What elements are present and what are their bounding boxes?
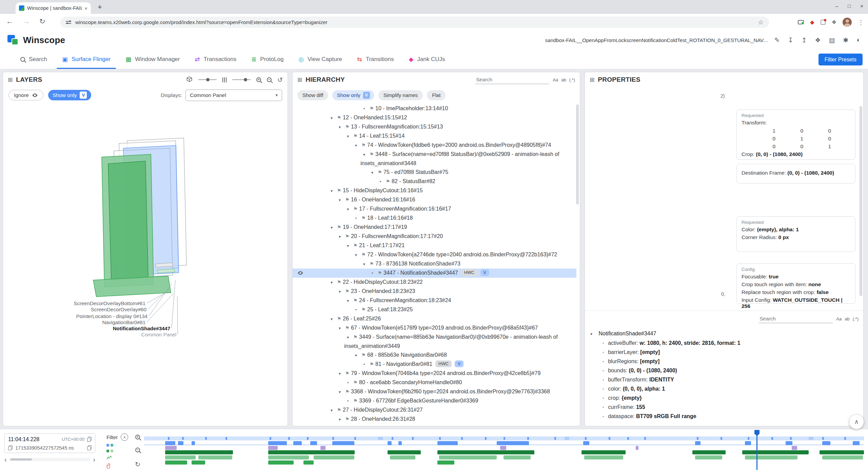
- hierarchy-tree-row[interactable]: ▾⚑75 - ed70f88 StatusBar#75: [293, 168, 576, 177]
- hierarchy-tree-row[interactable]: •⚑3447 - NotificationShade#3447HWCV: [293, 269, 576, 278]
- expand-arrow-icon[interactable]: ▾: [344, 132, 352, 141]
- expand-arrow-icon[interactable]: ▾: [369, 168, 376, 177]
- hierarchy-tree-row[interactable]: •⚑18 - Leaf:16:16#18: [293, 214, 576, 223]
- window-close-icon[interactable]: ×: [860, 3, 863, 9]
- hierarchy-tree-row[interactable]: ▾⚑73 - 8736138 NotificationShade#73: [293, 259, 576, 269]
- url-text[interactable]: winscope.teams.x20web.corp.google.com/pr…: [75, 19, 754, 25]
- panel-move-icon[interactable]: ⊞: [8, 76, 13, 83]
- collapse-filter-icon[interactable]: ∧: [121, 433, 128, 441]
- regex-icon[interactable]: (.*): [569, 77, 575, 82]
- timeline-zoom-out-icon[interactable]: −: [135, 448, 140, 452]
- cube-3d-icon[interactable]: [186, 76, 193, 84]
- hierarchy-tree-row[interactable]: ▾⚑3368 - WindowToken{f6b2f60 type=2024 a…: [293, 387, 576, 396]
- pin-flag-icon[interactable]: ⚑: [368, 360, 375, 369]
- bookmark-star-icon[interactable]: ☆: [758, 19, 764, 26]
- tab-transactions[interactable]: ⇄Transactions: [187, 50, 244, 69]
- hierarchy-tree-row[interactable]: ▾⚑19 - OneHanded:17:17#19: [293, 223, 576, 232]
- pin-flag-icon[interactable]: ⚑: [335, 314, 343, 323]
- show-only-visible-toggle[interactable]: Show only V: [48, 90, 92, 100]
- new-tab-button[interactable]: +: [98, 3, 102, 12]
- profile-avatar[interactable]: [843, 18, 852, 27]
- docs-icon[interactable]: ▤: [829, 36, 835, 44]
- hierarchy-tree-row[interactable]: ▾⚑74 - WindowToken{fddbe6 type=2000 andr…: [293, 141, 576, 150]
- pin-flag-icon[interactable]: ⚑: [352, 204, 359, 213]
- spacing-slider[interactable]: [232, 79, 251, 80]
- pin-flag-icon[interactable]: ⚑: [360, 214, 367, 222]
- property-item[interactable]: •activeBuffer: w: 1080, h: 2400, stride:…: [585, 339, 863, 348]
- pin-flag-icon[interactable]: ⚑: [352, 132, 359, 140]
- pin-flag-icon[interactable]: ⚑: [343, 415, 351, 424]
- timeline-scrollbar[interactable]: [9, 458, 91, 461]
- expand-arrow-icon[interactable]: ▾: [328, 186, 335, 195]
- hierarchy-tree-row[interactable]: ▾⚑17 - FullscreenMagnification:16:16#17: [293, 204, 576, 214]
- layer-label[interactable]: ScreenDecorOverlayBottom#61: [3, 300, 145, 306]
- expand-arrow-icon[interactable]: ▾: [328, 406, 335, 415]
- hierarchy-tree-row[interactable]: •⚑25 - Leaf:18:23#25: [293, 305, 576, 314]
- regex-icon[interactable]: (.*): [853, 316, 859, 321]
- panel-move-icon[interactable]: ⊞: [297, 76, 302, 83]
- layer-rect-green-inner[interactable]: [108, 161, 148, 280]
- current-time-marker[interactable]: [756, 431, 757, 470]
- pin-flag-icon[interactable]: ⚑: [368, 259, 375, 268]
- attachment-icon[interactable]: [106, 463, 138, 469]
- pin-flag-icon[interactable]: ⚑: [343, 195, 351, 204]
- pin-flag-icon[interactable]: ⚑: [343, 369, 351, 378]
- expand-arrow-icon[interactable]: ▾: [336, 369, 343, 378]
- property-item[interactable]: •dataspace: BT709 sRGB Full range: [585, 412, 863, 421]
- pin-flag-icon[interactable]: ⚑: [352, 378, 359, 387]
- expand-arrow-icon[interactable]: ▾: [590, 332, 597, 336]
- expand-arrow-icon[interactable]: ▾: [336, 196, 343, 204]
- hierarchy-tree-row[interactable]: •⚑82 - StatusBar#82: [293, 177, 576, 186]
- expand-arrow-icon[interactable]: ▾: [360, 150, 368, 159]
- hierarchy-scrollbar[interactable]: [576, 104, 579, 204]
- pin-flag-icon[interactable]: ⚑: [376, 269, 383, 277]
- zoom-out-icon[interactable]: −: [267, 77, 272, 82]
- layer-label[interactable]: ScreenDecorOverlay#60: [4, 307, 146, 312]
- window-minimize-icon[interactable]: –: [835, 3, 838, 9]
- pin-flag-icon[interactable]: ⚑: [360, 141, 367, 150]
- ignore-toggle[interactable]: Ignore: [8, 90, 43, 100]
- site-settings-icon[interactable]: [66, 20, 71, 25]
- hierarchy-tree-row[interactable]: ▾⚑3448 - Surface(name=ed70f88 StatusBar)…: [293, 150, 576, 168]
- property-item[interactable]: •barrierLayer: [empty]: [585, 348, 863, 357]
- expand-arrow-icon[interactable]: ▾: [344, 296, 352, 305]
- pin-flag-icon[interactable]: ⚑: [376, 168, 383, 177]
- expand-arrow-icon[interactable]: ▾: [360, 260, 368, 269]
- tab-protolog[interactable]: ≣ProtoLog: [244, 50, 291, 69]
- pin-flag-icon[interactable]: ⚑: [335, 278, 343, 287]
- copy-icon[interactable]: [87, 445, 92, 450]
- tab-search[interactable]: Search: [13, 50, 55, 69]
- expand-arrow-icon[interactable]: ▾: [352, 351, 360, 360]
- reset-view-icon[interactable]: ↺: [277, 76, 283, 84]
- hierarchy-search-input[interactable]: [475, 75, 549, 84]
- flat-toggle[interactable]: Flat: [427, 90, 446, 100]
- property-item[interactable]: •blurRegions: [empty]: [585, 357, 863, 366]
- hierarchy-tree-row[interactable]: •⚑81 - NavigationBar0#81HWCV: [293, 360, 576, 369]
- hierarchy-tree-row[interactable]: ▾⚑27 - HideDisplayCutout:26:31#27: [293, 406, 576, 415]
- timeline-canvas[interactable]: [144, 430, 864, 471]
- timeline-prev-icon[interactable]: ‹: [4, 456, 7, 463]
- tab-window-manager[interactable]: ▦Window Manager: [118, 50, 187, 69]
- expand-arrow-icon[interactable]: ▾: [336, 232, 343, 241]
- tab-view-capture[interactable]: ◎View Capture: [291, 50, 349, 69]
- reload-button[interactable]: ↻: [39, 17, 45, 25]
- match-case-icon[interactable]: Aa: [836, 316, 842, 321]
- zoom-in-icon[interactable]: +: [256, 77, 261, 82]
- expand-arrow-icon[interactable]: ▾: [328, 223, 335, 232]
- hierarchy-tree-row[interactable]: ▾⚑68 - 885b63e NavigationBar0#68: [293, 351, 576, 360]
- hierarchy-tree-row[interactable]: ▾⚑3449 - Surface(name=885b63e Navigation…: [293, 333, 576, 351]
- hierarchy-tree-row[interactable]: ▾⚑24 - FullscreenMagnification:18:23#24: [293, 296, 576, 305]
- hierarchy-tree-row[interactable]: ▾⚑21 - Leaf:17:17#21: [293, 241, 576, 250]
- expand-arrow-icon[interactable]: ▾: [344, 333, 352, 342]
- expand-arrow-icon[interactable]: ▾: [336, 388, 343, 396]
- download-icon[interactable]: ↧: [788, 36, 793, 44]
- pin-flag-icon[interactable]: ⚑: [368, 150, 375, 159]
- apps-icon[interactable]: ❖: [815, 36, 821, 44]
- panel-move-icon[interactable]: ⊞: [590, 76, 594, 83]
- whole-word-icon[interactable]: ab: [561, 77, 566, 82]
- hierarchy-tree-row[interactable]: ▾⚑28 - OneHanded:26:31#28: [293, 415, 576, 424]
- pin-flag-icon[interactable]: ⚑: [352, 296, 359, 305]
- hierarchy-tree-row[interactable]: ▾⚑23 - OneHanded:18:23#23: [293, 287, 576, 296]
- trace-legend-wm[interactable]: [106, 450, 138, 452]
- pin-flag-icon[interactable]: ⚑: [360, 250, 367, 259]
